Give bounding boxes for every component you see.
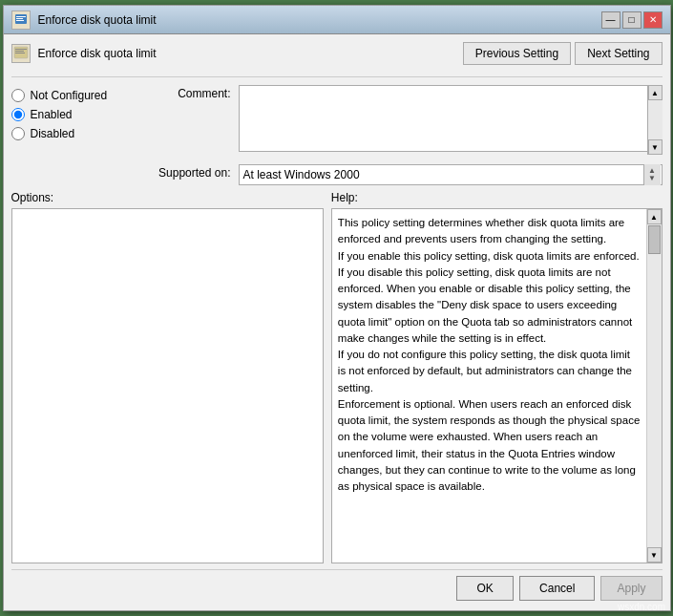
comment-row: Comment: ▲ ▼ [136,85,662,155]
svg-rect-5 [15,49,27,50]
enabled-label: Enabled [31,108,73,121]
prev-setting-button[interactable]: Previous Setting [463,42,571,65]
window-controls: — □ ✕ [601,11,662,29]
options-box [11,208,324,563]
comment-section: Comment: ▲ ▼ Supported on: At least Wind… [136,85,662,185]
header-row: Enforce disk quota limit Previous Settin… [11,42,662,65]
window-content: Enforce disk quota limit Previous Settin… [4,34,670,610]
svg-rect-1 [16,16,26,17]
help-paragraph-3: If you do not configure this policy sett… [338,347,641,396]
close-button[interactable]: ✕ [643,11,662,29]
help-scrollbar: ▲ ▼ [646,209,662,563]
comment-input[interactable] [239,85,662,152]
policy-title: Enforce disk quota limit [38,47,157,60]
disabled-label: Disabled [31,127,75,140]
supported-select-wrapper: At least Windows 2000 ▲ ▼ [239,164,662,185]
radio-section: Not Configured Enabled Disabled [11,85,136,185]
not-configured-radio[interactable] [11,89,25,102]
form-area: Not Configured Enabled Disabled Comment: [11,85,662,185]
help-text-content: This policy setting determines whether d… [332,209,646,563]
comment-scroll-down[interactable]: ▼ [648,139,662,155]
apply-button[interactable]: Apply [600,576,662,601]
help-scroll-up[interactable]: ▲ [647,209,662,224]
help-box-wrapper: This policy setting determines whether d… [331,208,662,563]
navigation-buttons: Previous Setting Next Setting [463,42,662,65]
disabled-option[interactable]: Disabled [11,127,136,140]
bottom-buttons: OK Cancel Apply [11,569,662,603]
help-paragraph-4: Enforcement is optional. When users reac… [338,396,641,496]
window-title: Enforce disk quota limit [38,13,157,27]
svg-rect-7 [15,53,25,53]
minimize-button[interactable]: — [601,11,620,29]
help-scroll-thumb[interactable] [648,225,661,254]
help-section: Help: This policy setting determines whe… [331,191,662,563]
title-bar-left: Enforce disk quota limit [11,11,157,30]
next-setting-button[interactable]: Next Setting [575,42,662,65]
supported-row: Supported on: At least Windows 2000 ▲ ▼ [136,164,662,185]
options-section: Options: [11,191,324,563]
main-window: Enforce disk quota limit — □ ✕ Enforce d [3,5,671,611]
comment-scrollbar: ▲ ▼ [647,85,662,155]
comment-scroll-up[interactable]: ▲ [648,85,662,100]
policy-icon [11,44,31,63]
enabled-radio[interactable] [11,108,25,121]
enabled-option[interactable]: Enabled [11,108,136,121]
supported-label: Supported on: [136,164,231,180]
comment-label: Comment: [136,85,231,100]
comment-field-wrapper: ▲ ▼ [239,85,662,155]
svg-rect-3 [16,20,24,21]
options-help-section: Options: Help: This policy setting deter… [11,191,662,563]
window-icon [11,11,31,30]
disabled-radio[interactable] [11,127,25,140]
help-paragraph-2: If you enable this policy setting, disk … [338,248,641,348]
help-label: Help: [331,191,662,204]
svg-rect-2 [16,18,23,19]
title-bar: Enforce disk quota limit — □ ✕ [4,6,670,34]
header-divider [11,76,662,77]
maximize-button[interactable]: □ [622,11,641,29]
header-title-area: Enforce disk quota limit [11,44,157,63]
not-configured-label: Not Configured [31,89,108,102]
help-scroll-track [647,224,662,547]
svg-rect-6 [15,51,24,52]
help-scroll-down[interactable]: ▼ [647,547,662,563]
supported-value: At least Windows 2000 [239,164,662,185]
help-paragraph-1: This policy setting determines whether d… [338,215,641,248]
watermark: wsxdn.com [618,602,665,612]
ok-button[interactable]: OK [456,576,514,601]
cancel-button[interactable]: Cancel [519,576,595,601]
not-configured-option[interactable]: Not Configured [11,89,136,102]
options-label: Options: [11,191,324,204]
